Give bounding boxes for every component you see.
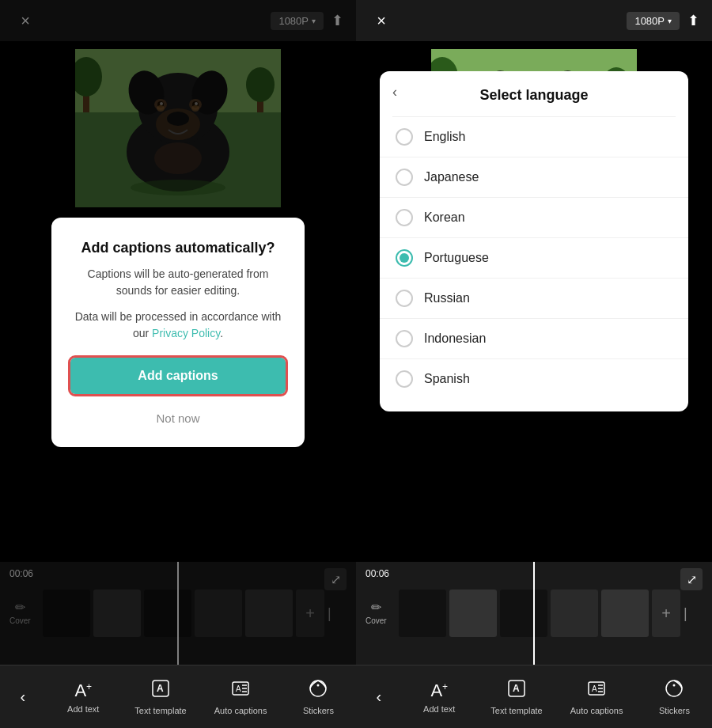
top-right-right: 1080P ⬆: [627, 12, 699, 30]
top-bar-right: × 1080P ⬆: [356, 0, 712, 41]
svg-point-29: [317, 684, 320, 686]
back-arrow-right[interactable]: ‹: [370, 688, 388, 706]
svg-point-59: [673, 684, 676, 686]
timeline-thumb-r3: [500, 590, 547, 637]
language-item-korean[interactable]: Korean: [380, 198, 688, 238]
language-item-russian[interactable]: Russian: [380, 279, 688, 319]
svg-text:A: A: [236, 684, 241, 693]
auto-captions-icon-right: A: [587, 679, 606, 703]
svg-text:A: A: [157, 683, 164, 694]
language-item-spanish[interactable]: Spanish: [380, 359, 688, 399]
timeline-thumb-r4: [551, 590, 598, 637]
dialog-overlay: Add captions automatically? Captions wil…: [0, 0, 356, 665]
radio-japanese: [396, 169, 413, 186]
tool-add-text-right[interactable]: A+ Add text: [415, 681, 463, 714]
radio-russian: [396, 290, 413, 307]
auto-captions-icon-left: A: [231, 679, 250, 703]
timeline-line-right: [533, 562, 535, 665]
language-selector-panel: ‹ Select language EnglishJapaneseKoreanP…: [380, 71, 688, 411]
language-item-english[interactable]: English: [380, 117, 688, 157]
tool-stickers-right[interactable]: Stickers: [650, 679, 698, 715]
close-button-right[interactable]: ×: [369, 8, 394, 33]
radio-spanish: [396, 370, 413, 388]
right-panel: × 1080P ⬆: [356, 0, 712, 728]
radio-english: [396, 128, 413, 146]
expand-button-right[interactable]: ⤢: [680, 568, 703, 590]
add-text-icon-left: A+: [74, 681, 92, 701]
add-text-label-right: Add text: [423, 704, 455, 714]
stickers-label-right: Stickers: [659, 706, 690, 715]
back-arrow-left[interactable]: ‹: [14, 688, 32, 706]
text-template-icon-left: A: [151, 679, 170, 703]
tool-auto-captions-left[interactable]: A Auto captions: [214, 679, 267, 715]
tool-add-text-left[interactable]: A+ Add text: [59, 681, 107, 714]
radio-portuguese: [396, 249, 413, 267]
tool-text-template-right[interactable]: A Text template: [490, 679, 542, 715]
stickers-icon-right: [665, 679, 684, 703]
language-name-russian: Russian: [424, 291, 470, 305]
not-now-button[interactable]: Not now: [150, 405, 206, 431]
language-item-portuguese[interactable]: Portuguese: [380, 238, 688, 279]
svg-text:A: A: [592, 684, 597, 693]
cover-label-right[interactable]: ✏ Cover: [365, 600, 387, 625]
stickers-label-left: Stickers: [303, 706, 334, 715]
stickers-icon-left: [309, 679, 328, 703]
language-name-english: English: [424, 130, 465, 144]
svg-text:A: A: [513, 683, 520, 694]
timeline-thumb-r2: [449, 590, 497, 637]
language-item-indonesian[interactable]: Indonesian: [380, 319, 688, 359]
add-captions-button[interactable]: Add captions: [70, 358, 286, 394]
timeline-thumb-r5: [601, 590, 649, 637]
language-selector-title: Select language: [392, 87, 676, 117]
cover-text-right: Cover: [365, 616, 387, 625]
language-list: EnglishJapaneseKoreanPortugueseRussianIn…: [380, 117, 688, 399]
language-item-japanese[interactable]: Japanese: [380, 157, 688, 198]
text-template-icon-right: A: [507, 679, 526, 703]
tool-stickers-left[interactable]: Stickers: [294, 679, 342, 715]
radio-korean: [396, 209, 413, 226]
tool-text-template-left[interactable]: A Text template: [134, 679, 186, 715]
timeline-thumb-r1: [399, 590, 446, 637]
add-clip-button-right[interactable]: +: [652, 590, 680, 637]
auto-captions-label-left: Auto captions: [214, 706, 267, 715]
language-name-portuguese: Portuguese: [424, 251, 489, 265]
dialog-privacy: Data will be processed in accordance wit…: [70, 309, 286, 342]
language-name-spanish: Spanish: [424, 372, 470, 386]
language-name-indonesian: Indonesian: [424, 332, 486, 346]
add-text-icon-right: A+: [430, 681, 448, 701]
timestamp-right: 00:06: [365, 568, 389, 579]
timeline-right: 00:06 ⤢ ✏ Cover + |: [356, 562, 712, 665]
dialog-body: Captions will be auto-generated from sou…: [70, 266, 286, 299]
dialog-title: Add captions automatically?: [70, 240, 286, 256]
bottom-toolbar-left: ‹ A+ Add text A Text template A: [0, 665, 356, 728]
upload-button-right[interactable]: ⬆: [687, 12, 699, 29]
left-panel: × 1080P ⬆: [0, 0, 356, 728]
text-template-label-right: Text template: [490, 706, 542, 715]
add-text-label-left: Add text: [67, 704, 99, 714]
language-name-japanese: Japanese: [424, 170, 479, 184]
language-back-button[interactable]: ‹: [392, 84, 397, 100]
auto-captions-label-right: Auto captions: [570, 706, 623, 715]
resolution-badge-right[interactable]: 1080P: [627, 12, 680, 30]
add-captions-dialog: Add captions automatically? Captions wil…: [51, 218, 305, 447]
text-template-label-left: Text template: [134, 706, 186, 715]
radio-indonesian: [396, 330, 413, 347]
tool-auto-captions-right[interactable]: A Auto captions: [570, 679, 623, 715]
cover-icon-right: ✏: [371, 600, 381, 615]
privacy-policy-link[interactable]: Privacy Policy: [152, 327, 220, 339]
language-name-korean: Korean: [424, 210, 465, 225]
bottom-toolbar-right: ‹ A+ Add text A Text template A: [356, 665, 712, 728]
